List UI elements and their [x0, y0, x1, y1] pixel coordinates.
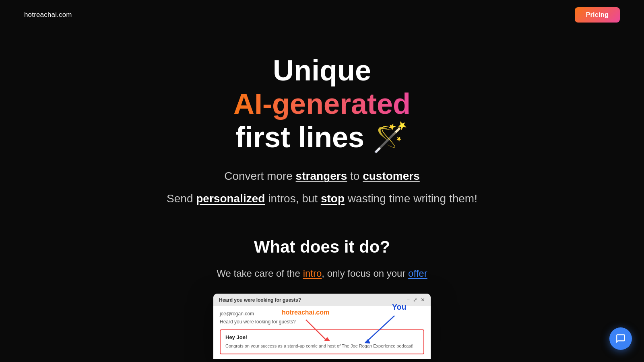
hero-section: Unique AI-generated first lines 🪄 Conver… — [0, 30, 644, 213]
subtitle2-middle: intros, but — [265, 192, 321, 205]
email-text: Congrats on your success as a stand-up c… — [225, 343, 419, 350]
desc-prefix: We take care of the — [217, 268, 303, 279]
annotation-you: You — [392, 302, 407, 312]
expand-icon[interactable]: ⤢ — [413, 297, 417, 303]
intro-link[interactable]: intro — [303, 268, 322, 279]
section-title: What does it do? — [0, 237, 644, 257]
subtitle2-suffix: wasting time writing them! — [345, 192, 477, 205]
subtitle1-strangers: strangers — [296, 170, 347, 182]
hero-line1: Unique — [273, 54, 371, 86]
subtitle2-personalized: personalized — [196, 192, 265, 205]
navbar: hotreachai.com Pricing — [0, 0, 644, 30]
email-greeting: Hey Joe! — [225, 334, 419, 340]
what-section: What does it do? We take care of the int… — [0, 237, 644, 362]
email-window: Heard you were looking for guests? − ⤢ ✕… — [213, 294, 431, 359]
email-content-box: Hey Joe! Congrats on your success as a s… — [220, 329, 424, 354]
annotation-hotreachai: hotreachai.com — [282, 309, 329, 316]
chat-bubble[interactable] — [609, 327, 632, 350]
email-subject-line: Heard you were looking for guests? — [220, 319, 424, 325]
pricing-button[interactable]: Pricing — [575, 7, 620, 23]
subtitle1-middle: to — [347, 170, 363, 182]
chat-icon — [615, 333, 626, 344]
subtitle1-customers: customers — [363, 170, 420, 182]
desc-middle: , only focus on your — [322, 268, 408, 279]
email-demo-container: Heard you were looking for guests? − ⤢ ✕… — [0, 294, 644, 362]
nav-logo[interactable]: hotreachai.com — [24, 11, 72, 19]
offer-link[interactable]: offer — [408, 268, 427, 279]
hero-title: Unique AI-generated first lines 🪄 — [8, 54, 636, 154]
subtitle1-prefix: Convert more — [224, 170, 295, 182]
email-controls: − ⤢ ✕ — [407, 297, 425, 303]
hero-subtitle-2: Send personalized intros, but stop wasti… — [8, 192, 636, 205]
email-subject-bar: Heard you were looking for guests? — [219, 297, 301, 303]
close-icon[interactable]: ✕ — [421, 297, 425, 303]
hero-line3: first lines 🪄 — [235, 121, 409, 153]
hero-line2: AI-generated — [233, 88, 411, 120]
minimize-icon[interactable]: − — [407, 297, 410, 303]
hero-subtitle-1: Convert more strangers to customers — [8, 170, 636, 183]
subtitle2-prefix: Send — [167, 192, 196, 205]
section-desc: We take care of the intro, only focus on… — [0, 268, 644, 279]
subtitle2-stop: stop — [321, 192, 345, 205]
